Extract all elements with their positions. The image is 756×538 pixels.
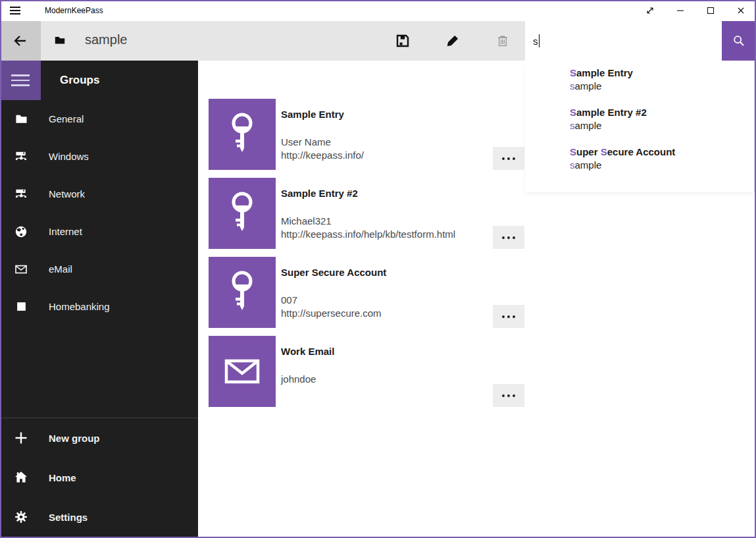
entry-title: Sample Entry #2 bbox=[281, 187, 485, 200]
sidebar-item-windows[interactable]: Windows bbox=[0, 138, 198, 175]
entry-more-button[interactable] bbox=[493, 147, 524, 170]
entry-url: http://keepass.info/help/kb/testform.htm… bbox=[281, 228, 485, 241]
sidebar-title: Groups bbox=[60, 61, 99, 100]
entry-row[interactable]: Super Secure Account 007 http://supersec… bbox=[209, 257, 524, 328]
settings-gear-icon bbox=[14, 510, 28, 524]
entry-tile bbox=[209, 336, 276, 407]
entry-more-button[interactable] bbox=[493, 305, 524, 328]
hamburger-icon bbox=[10, 7, 20, 8]
entry-title: Work Email bbox=[281, 345, 485, 358]
titlebar: ModernKeePass bbox=[0, 0, 756, 21]
entry-tile bbox=[209, 178, 276, 249]
sidebar-item-label: Settings bbox=[49, 512, 88, 523]
folder-icon bbox=[14, 113, 28, 126]
app-title: ModernKeePass bbox=[45, 6, 103, 15]
entry-row[interactable]: Sample Entry #2 Michael321 http://keepas… bbox=[209, 178, 524, 249]
suggestion-item[interactable]: Super Secure Account sample bbox=[525, 144, 754, 183]
search-suggestions-panel: Sample Entry sample Sample Entry #2 samp… bbox=[525, 61, 755, 192]
sidebar-item-network[interactable]: Network bbox=[0, 175, 198, 213]
sidebar-item-label: Internet bbox=[49, 226, 82, 237]
suggestion-title: Sample Entry #2 bbox=[570, 106, 746, 119]
sidebar: Groups General Windows bbox=[0, 61, 198, 538]
database-folder-icon bbox=[54, 34, 66, 46]
maximize-button[interactable] bbox=[695, 0, 726, 21]
key-icon bbox=[222, 112, 263, 157]
save-icon bbox=[396, 34, 409, 47]
sidebar-item-label: General bbox=[49, 113, 84, 124]
entry-text: Work Email johndoe bbox=[281, 345, 485, 386]
sidebar-item-home[interactable]: Home bbox=[0, 458, 198, 497]
entry-username: User Name bbox=[281, 136, 485, 149]
key-icon bbox=[222, 191, 263, 236]
suggestion-item[interactable]: Sample Entry #2 sample bbox=[525, 104, 754, 144]
sidebar-menu-button[interactable] bbox=[0, 61, 41, 100]
suggestion-subtitle: sample bbox=[570, 159, 746, 172]
sidebar-item-label: Home bbox=[49, 472, 76, 483]
fullscreen-button[interactable] bbox=[635, 0, 665, 21]
search-button[interactable] bbox=[722, 21, 756, 61]
close-icon bbox=[736, 5, 746, 16]
square-icon bbox=[14, 300, 28, 313]
entry-text: Super Secure Account 007 http://supersec… bbox=[281, 266, 485, 320]
entry-username: 007 bbox=[281, 294, 485, 307]
entry-url: http://keepass.info/ bbox=[281, 149, 485, 162]
search-input[interactable]: s bbox=[525, 21, 722, 61]
entry-row[interactable]: Sample Entry User Name http://keepass.in… bbox=[209, 99, 524, 170]
back-arrow-icon bbox=[13, 33, 28, 49]
suggestion-item[interactable]: Sample Entry sample bbox=[525, 65, 754, 104]
entry-more-button[interactable] bbox=[493, 384, 524, 407]
save-button[interactable] bbox=[387, 21, 418, 61]
sidebar-item-homebanking[interactable]: Homebanking bbox=[0, 288, 198, 325]
mail-icon bbox=[14, 263, 28, 276]
globe-icon bbox=[14, 225, 28, 238]
sidebar-bottom: New group Home bbox=[0, 417, 198, 537]
sidebar-header: Groups bbox=[0, 61, 198, 100]
more-ellipsis-icon bbox=[501, 393, 517, 398]
key-icon bbox=[222, 270, 263, 315]
delete-button[interactable] bbox=[487, 21, 518, 61]
suggestion-subtitle: sample bbox=[570, 80, 746, 93]
command-bar: sample s bbox=[0, 21, 756, 61]
entry-title: Sample Entry bbox=[281, 108, 485, 121]
caption-buttons bbox=[635, 0, 756, 21]
edit-button[interactable] bbox=[437, 21, 468, 61]
sidebar-item-settings[interactable]: Settings bbox=[0, 497, 198, 537]
home-icon bbox=[14, 471, 28, 484]
add-icon bbox=[14, 431, 28, 444]
edit-pencil-icon bbox=[446, 34, 459, 47]
titlebar-menu-button[interactable] bbox=[0, 0, 30, 21]
sidebar-item-general[interactable]: General bbox=[0, 100, 198, 138]
close-button[interactable] bbox=[726, 0, 756, 21]
minimize-icon bbox=[675, 5, 686, 16]
entry-text: Sample Entry #2 Michael321 http://keepas… bbox=[281, 187, 485, 241]
sidebar-item-internet[interactable]: Internet bbox=[0, 213, 198, 250]
sidebar-item-email[interactable]: eMail bbox=[0, 250, 198, 288]
sidebar-item-label: New group bbox=[49, 433, 100, 444]
entry-url: http://supersecure.com bbox=[281, 307, 485, 320]
database-title: sample bbox=[85, 32, 127, 47]
entry-username: Michael321 bbox=[281, 215, 485, 228]
entry-title: Super Secure Account bbox=[281, 266, 485, 279]
sidebar-item-new-group[interactable]: New group bbox=[0, 418, 198, 458]
sidebar-item-label: Network bbox=[49, 188, 85, 200]
entry-more-button[interactable] bbox=[493, 226, 524, 249]
search-icon bbox=[732, 34, 745, 47]
back-button[interactable] bbox=[0, 21, 41, 61]
sidebar-item-label: eMail bbox=[49, 263, 72, 275]
entry-tile bbox=[209, 99, 276, 170]
network-icon bbox=[14, 150, 28, 163]
network-icon bbox=[14, 188, 28, 201]
entry-tile bbox=[209, 257, 276, 328]
minimize-button[interactable] bbox=[665, 0, 695, 21]
mail-icon bbox=[222, 349, 263, 394]
maximize-icon bbox=[705, 5, 716, 16]
entry-row[interactable]: Work Email johndoe bbox=[209, 336, 524, 407]
suggestion-title: Sample Entry bbox=[570, 67, 746, 80]
sidebar-item-label: Homebanking bbox=[49, 301, 110, 312]
entry-list: Sample Entry User Name http://keepass.in… bbox=[209, 99, 524, 415]
app-window: ModernKeePass bbox=[0, 0, 756, 538]
sidebar-item-label: Windows bbox=[49, 151, 89, 162]
entry-username: johndoe bbox=[281, 373, 485, 386]
search-input-value: s bbox=[533, 36, 538, 47]
more-ellipsis-icon bbox=[501, 235, 517, 240]
